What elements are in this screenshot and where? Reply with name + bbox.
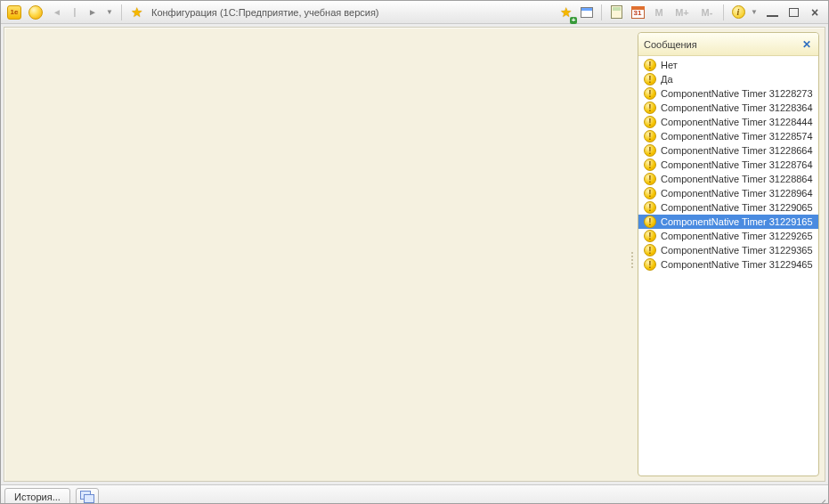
message-text: ComponentNative Timer 31228964 [661,188,813,199]
arrow-left-icon: ◄ [53,8,61,17]
caret-down-icon: ▼ [106,8,113,16]
message-row[interactable]: !ComponentNative Timer 31229365 [638,243,818,257]
message-text: ComponentNative Timer 31229065 [661,202,813,213]
warning-icon: ! [644,201,656,214]
app-circle-button[interactable] [26,3,45,22]
windows-stack-icon [80,491,94,503]
warning-icon: ! [644,258,656,271]
circle-icon [28,5,43,20]
message-row[interactable]: !ComponentNative Timer 31229265 [638,229,818,243]
message-text: Да [661,74,673,85]
add-favorite-button[interactable]: ★ + [556,3,575,22]
warning-icon: ! [644,130,656,142]
history-button-label: История... [14,492,61,502]
calendar-button[interactable]: 31 [628,3,647,22]
nav-forward-menu[interactable]: ▼ [104,3,117,22]
calendar-icon: 31 [631,6,645,19]
message-row[interactable]: !ComponentNative Timer 31229165 [638,215,818,229]
warning-icon: ! [644,230,656,242]
toolbar-separator [121,4,122,20]
main-toolbar: 1e ◄ | ► ▼ ★ Конфигурация (1С:Предприяти… [1,1,828,24]
app-logo-icon: 1e [7,5,21,20]
calculator-icon [611,5,622,19]
message-text: ComponentNative Timer 31228444 [661,117,813,127]
warning-icon: ! [644,87,656,100]
message-row[interactable]: !ComponentNative Timer 31228764 [638,158,818,172]
favorites-button[interactable]: ★ [126,3,146,22]
warning-icon: ! [644,73,656,85]
nav-back-button[interactable]: ◄ [47,3,67,22]
app-menu-button[interactable]: 1e [4,3,24,22]
message-text: ComponentNative Timer 31229165 [661,216,813,227]
panel-header: Сообщения ✕ [638,33,818,56]
work-area: Сообщения ✕ !Нет!Да!ComponentNative Time… [4,27,825,482]
panel-title: Сообщения [644,39,801,50]
maximize-icon [789,8,799,17]
message-row[interactable]: !ComponentNative Timer 31228664 [638,143,818,158]
window-icon [581,7,593,18]
minimize-icon [767,15,778,17]
message-row[interactable]: !ComponentNative Timer 31228364 [638,101,818,115]
window-title: Конфигурация (1С:Предприятие, учебная ве… [151,7,379,18]
message-row[interactable]: !Нет [638,58,818,72]
warning-icon: ! [644,215,656,228]
warning-icon: ! [644,173,656,185]
message-row[interactable]: !ComponentNative Timer 31229465 [638,257,818,272]
close-button[interactable]: × [805,3,825,22]
message-row[interactable]: !ComponentNative Timer 31228273 [638,86,818,101]
message-text: ComponentNative Timer 31228764 [661,159,813,170]
warning-icon: ! [644,159,656,171]
bottom-bar: История... [1,484,828,504]
windows-button[interactable] [577,3,597,22]
resize-grip[interactable] [813,497,825,504]
message-row[interactable]: !ComponentNative Timer 31228444 [638,115,818,129]
panel-close-button[interactable]: ✕ [801,38,813,51]
maximize-button[interactable] [784,3,803,22]
nav-forward-button[interactable]: ► [83,3,102,22]
calculator-button[interactable] [606,3,626,22]
caret-down-icon: ▼ [751,8,758,16]
message-row[interactable]: !ComponentNative Timer 31229065 [638,200,818,215]
close-icon: ✕ [802,38,811,51]
bar-left-icon: | [74,8,77,17]
message-text: ComponentNative Timer 31228364 [661,102,813,113]
windows-stack-button[interactable] [76,488,99,505]
info-icon: i [732,5,745,19]
memory-mminus-button[interactable]: M- [695,3,719,22]
messages-panel: Сообщения ✕ !Нет!Да!ComponentNative Time… [638,32,819,476]
warning-icon: ! [644,59,656,71]
info-menu-button[interactable]: ▼ [750,3,760,22]
warning-icon: ! [644,116,656,128]
warning-icon: ! [644,244,656,256]
history-button[interactable]: История... [4,488,70,505]
message-text: ComponentNative Timer 31229365 [661,245,813,256]
warning-icon: ! [644,144,656,157]
message-text: ComponentNative Timer 31229465 [661,259,813,270]
minimize-button[interactable] [762,3,782,22]
toolbar-separator [723,4,724,20]
message-text: ComponentNative Timer 31228273 [661,88,813,99]
message-row[interactable]: !ComponentNative Timer 31228574 [638,129,818,143]
star-icon: ★ [131,4,142,20]
message-row[interactable]: !ComponentNative Timer 31228864 [638,172,818,186]
warning-icon: ! [644,187,656,199]
plus-badge-icon: + [570,17,577,24]
memory-mplus-button[interactable]: M+ [671,3,694,22]
message-text: ComponentNative Timer 31228574 [661,131,813,142]
message-text: ComponentNative Timer 31229265 [661,231,813,241]
message-text: ComponentNative Timer 31228664 [661,145,813,156]
toolbar-separator [601,4,602,20]
nav-back-end-button[interactable]: | [69,3,81,22]
panel-splitter[interactable] [631,252,633,268]
message-row[interactable]: !Да [638,72,818,86]
info-button[interactable]: i [728,3,748,22]
close-icon: × [811,6,818,19]
message-text: Нет [661,60,678,70]
arrow-right-icon: ► [88,8,97,17]
message-text: ComponentNative Timer 31228864 [661,174,813,184]
messages-list[interactable]: !Нет!Да!ComponentNative Timer 31228273!C… [638,56,818,476]
warning-icon: ! [644,102,656,114]
memory-m-button[interactable]: M [649,3,669,22]
message-row[interactable]: !ComponentNative Timer 31228964 [638,186,818,200]
